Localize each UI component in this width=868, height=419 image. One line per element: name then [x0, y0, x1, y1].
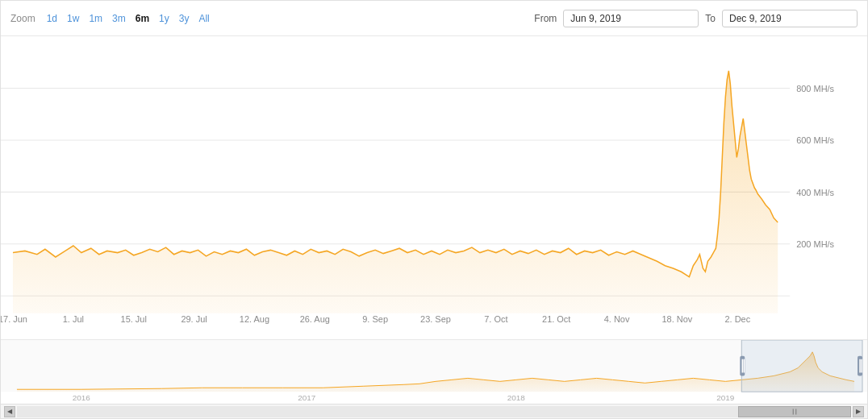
zoom-1d-button[interactable]: 1d	[42, 10, 62, 27]
scroll-thumb[interactable]	[738, 406, 851, 417]
y-label-200: 200 MH/s	[796, 239, 834, 249]
date-range: From To	[534, 10, 858, 27]
chart-line	[13, 71, 778, 277]
toolbar: Zoom 1d 1w 1m 3m 6m 1y 3y All From To	[1, 1, 867, 36]
scroll-left-arrow[interactable]: ◀	[4, 406, 15, 417]
to-date-input[interactable]	[722, 10, 858, 27]
main-chart-svg: 800 MH/s 600 MH/s 400 MH/s 200 MH/s 17. …	[1, 36, 867, 339]
x-label-2dec: 2. Dec	[724, 313, 750, 323]
zoom-1m-button[interactable]: 1m	[84, 10, 107, 27]
x-label-17jun: 17. Jun	[1, 313, 27, 323]
scrollbar-area: ◀ ▶	[1, 404, 867, 418]
nav-x-2018: 2018	[507, 393, 526, 402]
zoom-6m-button[interactable]: 6m	[131, 10, 154, 27]
navigator: 2016 2017 2018 2019	[1, 339, 867, 404]
from-date-input[interactable]	[563, 10, 699, 27]
main-container: Zoom 1d 1w 1m 3m 6m 1y 3y All From To 80…	[0, 0, 868, 419]
y-label-600: 600 MH/s	[796, 135, 834, 145]
x-label-21oct: 21. Oct	[542, 313, 571, 323]
x-label-7oct: 7. Oct	[484, 313, 508, 323]
nav-x-2016: 2016	[73, 393, 91, 402]
zoom-label: Zoom	[10, 13, 35, 24]
x-label-18nov: 18. Nov	[662, 313, 693, 323]
zoom-all-button[interactable]: All	[194, 10, 214, 27]
navigator-selection[interactable]	[741, 340, 862, 392]
zoom-3y-button[interactable]: 3y	[174, 10, 194, 27]
x-label-12aug: 12. Aug	[240, 313, 269, 323]
x-label-29jul: 29. Jul	[181, 313, 207, 323]
zoom-1w-button[interactable]: 1w	[62, 10, 84, 27]
y-label-800: 800 MH/s	[796, 83, 834, 93]
from-label: From	[534, 13, 557, 24]
x-label-1jul: 1. Jul	[63, 313, 84, 323]
scroll-track	[17, 406, 851, 417]
x-label-4nov: 4. Nov	[604, 313, 630, 323]
x-label-26aug: 26. Aug	[300, 313, 330, 323]
navigator-svg: 2016 2017 2018 2019	[1, 340, 867, 404]
scroll-right-arrow[interactable]: ▶	[853, 406, 864, 417]
chart-area: 800 MH/s 600 MH/s 400 MH/s 200 MH/s 17. …	[1, 36, 867, 339]
nav-x-2017: 2017	[298, 393, 316, 402]
x-label-15jul: 15. Jul	[121, 313, 147, 323]
x-label-23sep: 23. Sep	[420, 313, 451, 323]
nav-x-2019: 2019	[716, 393, 735, 402]
zoom-1y-button[interactable]: 1y	[154, 10, 174, 27]
x-label-9sep: 9. Sep	[362, 313, 388, 323]
zoom-3m-button[interactable]: 3m	[107, 10, 131, 27]
to-label: To	[705, 13, 716, 24]
y-label-400: 400 MH/s	[796, 187, 834, 197]
